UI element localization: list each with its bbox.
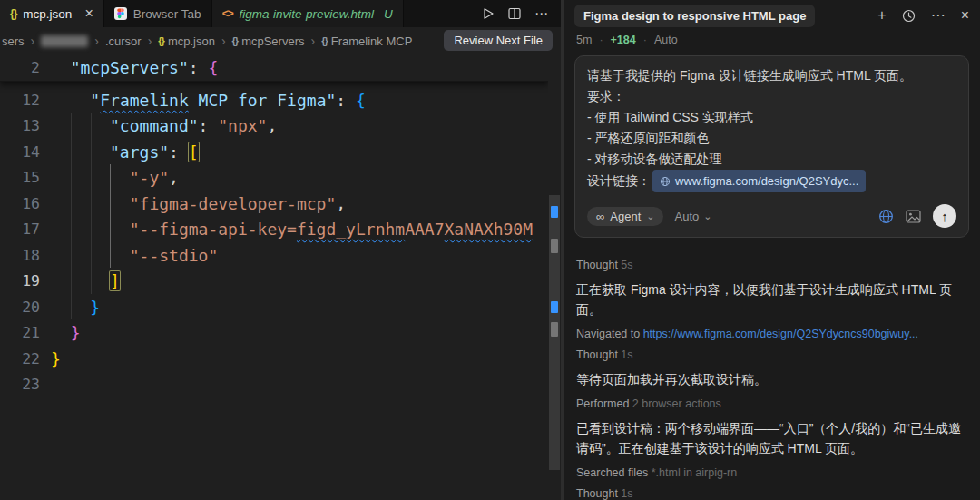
code-text: } bbox=[51, 323, 81, 342]
figma-icon bbox=[114, 7, 127, 20]
prompt-line: - 对移动设备做适配处理 bbox=[587, 149, 956, 170]
line-number: 14 bbox=[0, 143, 40, 161]
tab-browser-tab[interactable]: Browser Tab bbox=[104, 0, 212, 27]
line-number: 13 bbox=[0, 117, 40, 134]
breadcrumb-separator: › bbox=[31, 34, 35, 48]
code-text: "args": [ bbox=[51, 142, 199, 162]
chevron-down-icon: ⌄ bbox=[646, 213, 654, 220]
code-editor[interactable]: 2 "mcpServers": { 12 "Framelink MCP for … bbox=[0, 54, 561, 500]
breadcrumb: sers › › .cursor › {} mcp.json › {} mcpS… bbox=[0, 27, 561, 54]
code-line[interactable]: 21 } bbox=[0, 320, 561, 347]
line-number: 18 bbox=[0, 247, 40, 264]
code-line[interactable]: 13 "command": "npx", bbox=[0, 113, 561, 140]
history-icon[interactable] bbox=[902, 9, 916, 23]
code-text: ] bbox=[51, 271, 120, 290]
scrollbar-info-mark bbox=[551, 301, 558, 313]
line-number: 22 bbox=[0, 350, 40, 368]
chat-panel-header: Figma design to responsive HTML page + ⋯… bbox=[564, 0, 980, 31]
breadcrumb-item[interactable]: {} Framelink MCP bbox=[321, 34, 412, 48]
code-text: "Framelink MCP for Figma": { bbox=[51, 91, 366, 110]
tab-label: Browser Tab bbox=[133, 7, 201, 21]
code-line[interactable]: 22} bbox=[0, 346, 561, 372]
breadcrumb-item[interactable]: {} mcp.json bbox=[158, 34, 215, 48]
review-next-file-button[interactable]: Review Next File bbox=[444, 30, 553, 51]
prompt-line: - 使用 Tailwind CSS 实现样式 bbox=[587, 107, 956, 128]
code-text: "figma-developer-mcp", bbox=[51, 194, 346, 213]
figma-link-chip[interactable]: www.figma.com/design/Q2SYdyc... bbox=[652, 170, 866, 192]
code-line[interactable]: 19 ] bbox=[0, 269, 561, 295]
prompt-line: 要求： bbox=[587, 86, 956, 107]
model-dropdown[interactable]: Auto ⌄ bbox=[674, 210, 711, 223]
code-line[interactable]: 23 bbox=[0, 372, 561, 398]
tool-step-meta: Performed 2 browser actions bbox=[576, 397, 967, 410]
session-mode: Auto bbox=[654, 34, 678, 46]
attach-image-icon[interactable] bbox=[906, 210, 921, 223]
assistant-message: 正在获取 Figma 设计内容，以便我们基于设计生成响应式 HTML 页面。 bbox=[576, 279, 967, 319]
code-line[interactable]: 18 "--stdio" bbox=[0, 242, 561, 269]
breadcrumb-item[interactable]: sers bbox=[2, 34, 24, 48]
code-line[interactable]: 16 "figma-developer-mcp", bbox=[0, 191, 561, 217]
breadcrumb-item[interactable]: {} mcpServers bbox=[232, 34, 305, 48]
breadcrumb-separator: › bbox=[94, 34, 99, 48]
tab-figma-invite-preview[interactable]: <> figma-invite-preview.html U bbox=[212, 0, 404, 27]
editor-scrollbar[interactable] bbox=[548, 54, 561, 500]
assistant-message: 等待页面加载并再次截取设计稿。 bbox=[576, 369, 967, 389]
line-number: 17 bbox=[0, 221, 40, 238]
scrollbar-mark bbox=[551, 322, 558, 337]
breadcrumb-separator: › bbox=[311, 34, 316, 48]
tool-step-meta[interactable]: Navigated to https://www.figma.com/desig… bbox=[576, 328, 967, 340]
code-line[interactable]: 15 "-y", bbox=[0, 165, 561, 191]
code-text: } bbox=[51, 298, 100, 317]
link-icon bbox=[660, 176, 671, 187]
close-tab-icon[interactable]: × bbox=[84, 6, 93, 21]
more-options-icon[interactable]: ⋯ bbox=[931, 8, 946, 23]
json-file-icon: {} bbox=[10, 7, 16, 20]
prompt-line: 请基于我提供的 Figma 设计链接生成响应式 HTML 页面。 bbox=[587, 65, 956, 86]
tab-mcp-json[interactable]: {} mcp.json × bbox=[0, 0, 104, 27]
sticky-code: "mcpServers": { bbox=[51, 58, 218, 77]
line-number: 15 bbox=[0, 169, 40, 186]
run-icon[interactable] bbox=[482, 7, 495, 20]
more-actions-icon[interactable]: ⋯ bbox=[534, 5, 548, 22]
composer-controls: ∞ Agent ⌄ Auto ⌄ ↑ bbox=[587, 204, 956, 228]
navigated-link[interactable]: https://www.figma.com/design/Q2SYdycncs9… bbox=[643, 328, 918, 340]
code-line[interactable]: 17 "--figma-api-key=figd_yLrnhmAAA7XaNAX… bbox=[0, 217, 561, 243]
line-number: 19 bbox=[0, 272, 40, 289]
chat-panel: Figma design to responsive HTML page + ⋯… bbox=[564, 0, 980, 500]
line-number: 16 bbox=[0, 195, 40, 212]
new-chat-icon[interactable]: + bbox=[877, 8, 886, 23]
split-editor-icon[interactable] bbox=[508, 7, 521, 20]
web-search-icon[interactable] bbox=[878, 209, 894, 224]
git-untracked-badge: U bbox=[384, 7, 393, 21]
code-line[interactable]: 20 } bbox=[0, 294, 561, 320]
line-number: 20 bbox=[0, 299, 40, 316]
tool-step-meta: Thought 5s bbox=[576, 259, 967, 271]
lines-added-count: +184 bbox=[611, 34, 636, 46]
user-prompt-card[interactable]: 请基于我提供的 Figma 设计链接生成响应式 HTML 页面。要求：- 使用 … bbox=[574, 55, 969, 238]
code-line[interactable]: 12 "Framelink MCP for Figma": { bbox=[0, 87, 561, 113]
line-number: 23 bbox=[0, 376, 40, 393]
scrollbar-info-mark bbox=[551, 206, 558, 218]
code-text: "--stdio" bbox=[51, 246, 218, 265]
code-text: } bbox=[51, 349, 61, 368]
sticky-scroll-line[interactable]: 2 "mcpServers": { bbox=[0, 54, 548, 82]
chat-session-tab[interactable]: Figma design to responsive HTML page bbox=[574, 5, 815, 27]
session-duration: 5m bbox=[576, 34, 592, 46]
object-braces-icon: {} bbox=[321, 35, 328, 46]
indent-guide bbox=[71, 113, 72, 319]
indent-guide-active bbox=[110, 164, 111, 268]
design-link-label: 设计链接： bbox=[587, 171, 651, 191]
editor-actions: ⋯ bbox=[469, 0, 561, 27]
chat-feed: Thought 5s正在获取 Figma 设计内容，以便我们基于设计生成响应式 … bbox=[564, 238, 980, 500]
code-line[interactable]: 14 "args": [ bbox=[0, 139, 561, 165]
tab-label: mcp.json bbox=[23, 7, 72, 21]
infinity-icon: ∞ bbox=[596, 210, 604, 223]
prompt-text: 请基于我提供的 Figma 设计链接生成响应式 HTML 页面。要求：- 使用 … bbox=[587, 65, 956, 170]
breadcrumb-item[interactable]: .cursor bbox=[105, 34, 142, 48]
agent-mode-dropdown[interactable]: ∞ Agent ⌄ bbox=[587, 207, 663, 226]
json-braces-icon: {} bbox=[158, 35, 164, 46]
editor-pane: {} mcp.json × Browser Tab <> figma-invit… bbox=[0, 0, 561, 500]
close-panel-icon[interactable]: × bbox=[961, 8, 969, 23]
indent-guide bbox=[91, 113, 92, 294]
send-button[interactable]: ↑ bbox=[933, 204, 956, 228]
